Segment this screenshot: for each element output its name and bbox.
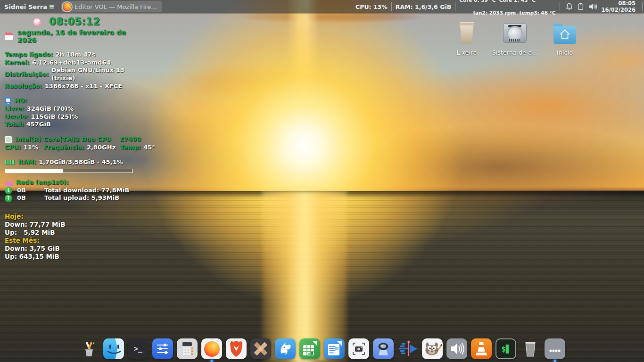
ram-usage-bar [5, 169, 133, 173]
upload-arrow-icon: ↑ [5, 195, 12, 202]
hd-used-value: 115GiB (25)% [31, 113, 78, 121]
terminal-icon: >_ [128, 338, 149, 359]
dock-item-file-manager[interactable] [103, 338, 124, 359]
panel-sensors[interactable]: Core 0: 39 °C Core 1: 43 °C fan2: 2033 r… [459, 0, 555, 16]
freq-label: Frequência: [44, 144, 84, 152]
panel-separator [642, 2, 643, 11]
distro-label: Distribuição: [5, 71, 49, 79]
dock-item-libreoffice-writer[interactable] [324, 338, 345, 359]
conky-time: 08:05:12 [49, 16, 100, 27]
dock-item-volume[interactable] [446, 338, 467, 359]
dock-item-magnifier[interactable] [373, 338, 394, 359]
desktop-icon-label: Lixeira [442, 49, 491, 56]
harddrive-icon [5, 97, 11, 105]
magnifier-loupe-icon [373, 338, 394, 359]
download-arrow-icon: ↓ [5, 187, 12, 194]
clock-icon [33, 17, 41, 26]
dock-item-terminal[interactable]: >_ [128, 338, 149, 359]
dock-item-calculator[interactable] [177, 338, 198, 359]
panel-right: CPU: 13% RAM: 1,6/3,6 GiB Core 0: 39 °C … [355, 0, 644, 13]
notifications-bell-icon[interactable] [566, 3, 573, 10]
router-icon [5, 182, 13, 186]
panel-left: Sidnei Serra Editor VOL — Mozilla Fire..… [0, 0, 162, 13]
package-box-icon [250, 338, 271, 359]
conky-date-row: segunda, 16 de fevereiro de 2026 [5, 29, 130, 44]
download-total: Total download: 77,8MiB [44, 187, 129, 195]
system-tray [566, 3, 597, 10]
dock-item-more-apps[interactable] [545, 338, 565, 359]
vlc-icon [471, 338, 492, 359]
dock-item-firefox[interactable] [201, 338, 222, 359]
month-label: Este Mês: [5, 237, 147, 245]
firefox-icon [63, 3, 71, 11]
panel-separator [455, 2, 455, 11]
audio-mixer-icon [397, 338, 418, 359]
firefox-icon [201, 338, 222, 359]
today-up: Up: 5,92 MiB [5, 229, 147, 237]
desktop-icon-trash[interactable]: Lixeira [442, 20, 491, 56]
dock-item-brave[interactable] [226, 338, 247, 359]
desktop-icon-filesystem[interactable]: Sistema de a... [490, 20, 539, 56]
running-indicator [211, 360, 213, 362]
resolution-value: 644x362 - x11 - XFCE [45, 82, 122, 90]
trash-icon [458, 22, 475, 44]
dock-item-gimp[interactable] [422, 338, 443, 359]
desktop-icon-label: Início [540, 49, 589, 56]
clipboard-icon[interactable] [578, 3, 584, 10]
today-down: Down: 77,77 MiB [5, 221, 147, 229]
dock-item-trash[interactable] [520, 338, 541, 359]
home-folder-icon [553, 26, 576, 44]
dock-item-libreoffice-calc[interactable] [299, 338, 320, 359]
sensors-line2: fan2: 2033 rpm temp3: 46 °C [473, 10, 555, 16]
desktop-icon-label: Sistema de a... [490, 49, 539, 56]
libreoffice-calc-icon [299, 338, 320, 359]
panel-clock[interactable]: 08:05 16/02/2026 [602, 0, 636, 13]
cpu-model: Intel(R) Core(TM)2 Duo CPU E7400 [15, 136, 141, 144]
trash-icon [520, 338, 541, 359]
freq-value: 2,80GHz [87, 144, 116, 152]
harddisk-icon [503, 23, 527, 43]
dock-item-art-tools[interactable] [79, 338, 99, 359]
conky-vnstat-section: Hoje: Down: 77,77 MiB Up: 5,92 MiB Este … [5, 213, 147, 261]
top-panel: Sidnei Serra Editor VOL — Mozilla Fire..… [0, 0, 644, 13]
conky-date: segunda, 16 de fevereiro de 2026 [17, 29, 130, 44]
money-glyph: $▋ [501, 345, 510, 354]
dock-item-package-box[interactable] [250, 338, 271, 359]
distro-value: Debian GNU/Linux 13 (trixie) [51, 66, 147, 82]
volume-control-icon [446, 338, 467, 359]
month-down: Down: 3,75 GiB [5, 245, 147, 253]
dock-item-vlc[interactable] [471, 338, 492, 359]
dock-item-screenshot[interactable] [348, 338, 369, 359]
window-button-firefox[interactable]: Editor VOL — Mozilla Fire... [61, 1, 162, 12]
hd-used-label: Usado: [5, 113, 29, 121]
menu-icon [50, 4, 54, 9]
clock-time: 08:05 [618, 0, 636, 7]
uptime-label: Tempo ligado: [5, 51, 53, 59]
desktop-icon-home[interactable]: Início [540, 20, 589, 56]
ram-usage-fill [5, 169, 63, 173]
art-tools-cup-icon [79, 338, 99, 359]
conky-ram-section: RAM:1,70GiB/3,58GiB - 45,1% [5, 158, 147, 173]
hd-total-value: 457GiB [26, 121, 51, 129]
user-menu-label: Sidnei Serra [4, 3, 47, 10]
panel-ram-monitor[interactable]: RAM: 1,6/3,6 GiB [396, 3, 451, 10]
running-indicator [554, 360, 556, 362]
gimp-icon [422, 338, 443, 359]
screenshot-tool-icon [348, 338, 369, 359]
applications-menu-button[interactable]: Sidnei Serra [0, 0, 57, 13]
dock-item-money-terminal[interactable]: $▋ [495, 338, 516, 359]
clock-date: 16/02/2026 [602, 7, 636, 13]
conky-network-section: Rede (enp1s0): ↓0BTotal download: 77,8Mi… [5, 179, 147, 202]
ram-value: 1,70GiB/3,58GiB - 45,1% [39, 158, 123, 166]
month-up: Up: 643,15 MiB [5, 253, 147, 261]
volume-icon[interactable] [588, 3, 597, 10]
panel-cpu-monitor[interactable]: CPU: 13% [355, 3, 388, 10]
desktop: Sidnei Serra Editor VOL — Mozilla Fire..… [0, 0, 644, 362]
dock-item-audio-mixer[interactable] [397, 338, 418, 359]
dock-item-settings[interactable] [152, 338, 173, 359]
dock-item-bluefish-editor[interactable] [275, 338, 296, 359]
hd-label: HD: [15, 97, 27, 105]
conky-monitor: 08:05:12 segunda, 16 de fevereiro de 202… [5, 16, 147, 261]
panel-separator [560, 2, 560, 11]
download-speed: 0B [17, 187, 44, 195]
